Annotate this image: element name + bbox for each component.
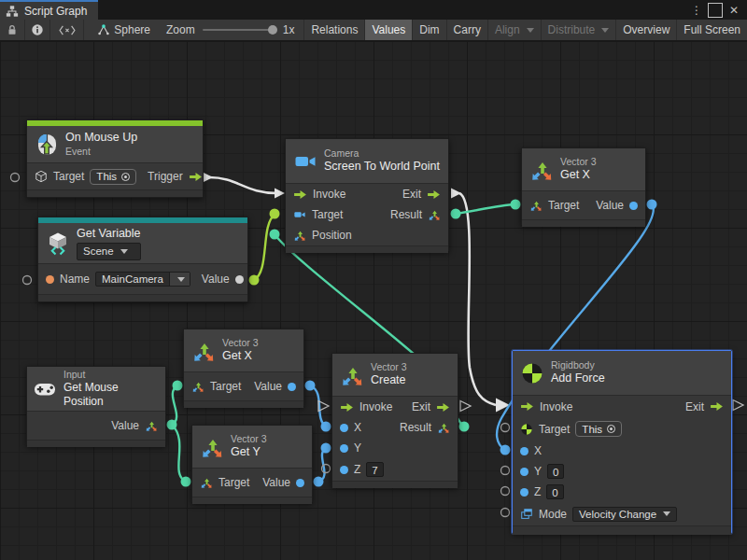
value-port-dot[interactable] xyxy=(235,275,244,284)
target-this-chip[interactable]: This xyxy=(575,421,622,437)
z-value-input[interactable]: 0 xyxy=(546,484,563,499)
flow-arrow-icon[interactable] xyxy=(293,189,307,200)
zoom-slider[interactable] xyxy=(203,29,275,31)
float-port-dot[interactable] xyxy=(296,479,304,487)
lock-button[interactable] xyxy=(0,20,25,40)
inspect-button[interactable] xyxy=(25,20,50,40)
node-get-variable[interactable]: Get Variable Scene Name MainCamera Value xyxy=(37,217,248,302)
port-dot-camera-target[interactable] xyxy=(270,209,280,219)
dropdown-cell[interactable] xyxy=(169,273,190,286)
wire-mousepos-to-getx-target[interactable] xyxy=(172,385,177,425)
vector3-icon[interactable] xyxy=(437,421,450,434)
port-ring-addforce-mode[interactable] xyxy=(501,509,510,517)
maximize-icon[interactable] xyxy=(708,3,723,18)
node-vector3-get-x-top[interactable]: Vector 3Get X Target Value xyxy=(521,147,646,226)
node-on-mouse-up[interactable]: On Mouse UpEvent Target This Trigger xyxy=(26,119,204,198)
float-port-dot[interactable] xyxy=(340,466,348,474)
y-value-input[interactable]: 0 xyxy=(547,464,564,479)
port-dot-getx-mid-target[interactable] xyxy=(173,381,183,391)
vector3-icon[interactable] xyxy=(529,199,543,212)
float-port-dot[interactable] xyxy=(520,488,529,497)
kebab-menu-icon[interactable]: ⋮ xyxy=(689,3,704,18)
variable-scope-dropdown[interactable]: Scene xyxy=(77,243,141,259)
float-port-dot[interactable] xyxy=(520,468,529,476)
fullscreen-button[interactable]: Full Screen xyxy=(677,20,747,40)
port-dot-create-x[interactable] xyxy=(321,422,331,432)
camera-icon[interactable] xyxy=(293,208,306,221)
float-port-dot[interactable] xyxy=(340,424,348,432)
vector3-icon[interactable] xyxy=(293,229,306,242)
port-dot-camera-position[interactable] xyxy=(270,230,280,240)
wire-mousepos-to-gety-target[interactable] xyxy=(172,425,186,482)
flow-arrow-icon[interactable] xyxy=(340,402,354,413)
node-vector3-get-x-mid[interactable]: Vector 3Get X Target Value xyxy=(183,329,304,407)
node-rigidbody-add-force[interactable]: RigidbodyAdd Force Invoke Exit Target Th… xyxy=(512,350,732,534)
overview-button[interactable]: Overview xyxy=(616,20,677,40)
wire-trigger-to-invoke[interactable] xyxy=(209,177,277,193)
flow-arrow-icon[interactable] xyxy=(520,401,534,412)
target-this-chip[interactable]: This xyxy=(90,169,136,185)
enum-icon[interactable] xyxy=(520,508,533,521)
wire-result-to-getx-target[interactable] xyxy=(456,204,515,214)
graph-canvas[interactable]: On Mouse UpEvent Target This Trigger Get… xyxy=(0,41,747,560)
variable-name-dropdown[interactable]: MainCamera xyxy=(95,272,190,287)
object-picker-icon[interactable] xyxy=(121,173,130,181)
distribute-button[interactable]: Distribute xyxy=(542,20,617,40)
relations-button[interactable]: Relations xyxy=(303,20,365,40)
vector3-icon[interactable] xyxy=(428,208,441,221)
wire-exit-to-addforce-invoke[interactable] xyxy=(459,193,496,405)
port-dot-getx-top-value[interactable] xyxy=(647,200,657,210)
float-port-dot[interactable] xyxy=(288,383,296,391)
node-vector3-get-y[interactable]: Vector 3Get Y Target Value xyxy=(191,425,313,503)
values-button[interactable]: Values xyxy=(365,20,413,40)
port-ring-addforce-y[interactable] xyxy=(501,467,510,475)
flow-out-triangle[interactable] xyxy=(451,189,461,199)
port-dot-create-y[interactable] xyxy=(321,443,331,454)
port-dot-camera-result[interactable] xyxy=(451,209,461,219)
close-icon[interactable]: ✕ xyxy=(726,3,741,18)
float-port-dot[interactable] xyxy=(520,447,529,455)
flow-arrow-icon[interactable] xyxy=(710,401,724,412)
vector3-icon[interactable] xyxy=(200,476,213,489)
object-picker-icon[interactable] xyxy=(607,425,615,433)
force-mode-dropdown[interactable]: Velocity Change xyxy=(572,507,677,522)
flow-arrow-icon[interactable] xyxy=(189,172,203,182)
port-dot-variable-value[interactable] xyxy=(249,275,260,286)
flow-arrow-icon[interactable] xyxy=(427,189,441,200)
port-dot-addforce-x[interactable] xyxy=(500,445,511,455)
node-vector3-create[interactable]: Vector 3Create Invoke Exit X Result xyxy=(331,353,458,487)
port-dot-getx-mid-value[interactable] xyxy=(305,381,316,391)
rigidbody-icon[interactable] xyxy=(520,423,533,436)
node-screen-to-world-point[interactable]: CameraScreen To World Point Invoke Exit … xyxy=(285,138,449,252)
graph-owner-button[interactable]: Sphere xyxy=(91,20,157,40)
port-dot-getx-top-target[interactable] xyxy=(511,200,521,210)
tab-script-graph[interactable]: Script Graph xyxy=(0,0,98,20)
port-dot-gety-value[interactable] xyxy=(314,477,324,487)
align-button[interactable]: Align xyxy=(488,20,542,40)
float-port-dot[interactable] xyxy=(340,444,348,453)
edit-graph-button[interactable] xyxy=(50,20,84,40)
zoom-slider-handle[interactable] xyxy=(268,25,277,35)
port-ring-variable-name[interactable] xyxy=(23,276,32,285)
flow-port-triangle-create-exit[interactable] xyxy=(460,401,471,412)
port-ring-addforce-target[interactable] xyxy=(501,424,510,432)
carry-button[interactable]: Carry xyxy=(447,20,488,40)
vector3-icon[interactable] xyxy=(191,380,204,393)
node-get-mouse-position[interactable]: InputGet Mouse Position Value xyxy=(26,366,166,446)
dim-button[interactable]: Dim xyxy=(413,20,446,40)
flow-port-triangle-addforce-exit[interactable] xyxy=(733,400,743,411)
string-port-dot[interactable] xyxy=(46,275,54,284)
flow-in-triangle[interactable] xyxy=(496,399,510,413)
z-value-input[interactable]: 7 xyxy=(366,462,383,477)
port-dot-mousepos-value[interactable] xyxy=(167,420,177,430)
wire-variable-to-camera-target[interactable] xyxy=(254,215,275,280)
port-dot-gety-target[interactable] xyxy=(181,477,191,487)
float-port-dot[interactable] xyxy=(629,202,638,210)
port-ring-addforce-z[interactable] xyxy=(501,487,510,496)
port-dot-create-result[interactable] xyxy=(459,422,470,432)
flow-in-triangle[interactable] xyxy=(275,189,285,199)
vector3-icon[interactable] xyxy=(145,419,158,432)
flow-arrow-icon[interactable] xyxy=(436,402,450,413)
flow-out-triangle[interactable] xyxy=(203,173,213,183)
port-ring-mouseup-target[interactable] xyxy=(11,174,20,182)
